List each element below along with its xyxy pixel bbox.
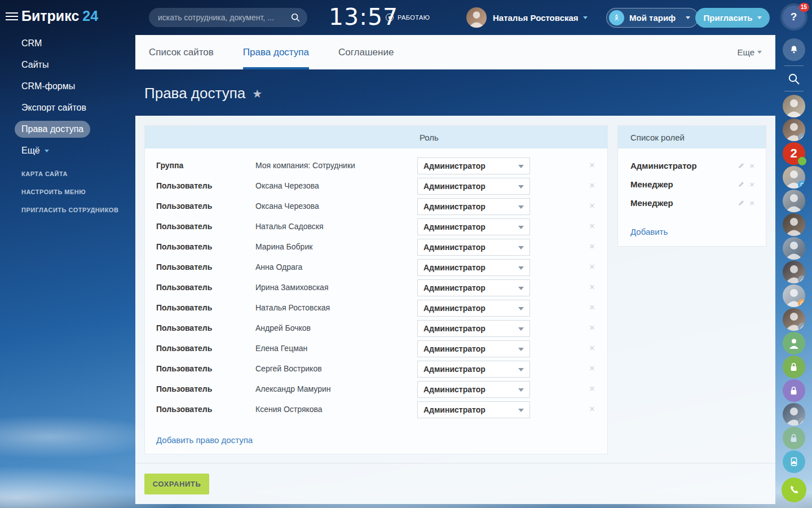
row-type: Пользователь xyxy=(156,262,212,271)
private-chat-green[interactable] xyxy=(783,356,805,378)
role-select[interactable]: Администратор xyxy=(417,361,530,378)
row-name: Анна Одрага xyxy=(255,262,302,271)
tab[interactable]: Список сайтов xyxy=(149,35,214,69)
notifications-button[interactable] xyxy=(783,38,805,61)
role-select[interactable]: Администратор xyxy=(417,198,530,215)
add-role-link[interactable]: Добавить xyxy=(630,227,668,237)
row-name: Наталья Садовскя xyxy=(255,222,324,231)
sidebar-item[interactable]: Ещё xyxy=(15,142,56,159)
role-select[interactable]: Администратор xyxy=(417,259,530,276)
sidebar-link[interactable]: ПРИГЛАСИТЬ СОТРУДНИКОВ xyxy=(21,207,134,213)
chat-avatar[interactable] xyxy=(783,403,805,426)
chat-2-logo[interactable]: 2 xyxy=(783,142,805,165)
edit-pencil-icon[interactable] xyxy=(738,181,745,188)
tab[interactable]: Права доступа xyxy=(243,35,309,69)
search-icon xyxy=(787,72,801,86)
search-button[interactable] xyxy=(783,69,805,89)
sidebar-link[interactable]: НАСТРОИТЬ МЕНЮ xyxy=(21,189,134,195)
role-select[interactable]: Администратор xyxy=(417,157,530,174)
tab[interactable]: Соглашение xyxy=(338,35,394,69)
add-user-chat-button[interactable] xyxy=(783,332,805,354)
invite-button[interactable]: Пригласить xyxy=(695,8,770,28)
row-name: Елена Гецман xyxy=(255,344,307,353)
search-input[interactable] xyxy=(158,13,290,22)
global-search[interactable] xyxy=(149,8,307,27)
role-select[interactable]: Администратор xyxy=(417,239,530,256)
tariff-button[interactable]: Мой тариф xyxy=(606,8,699,28)
remove-row-button[interactable]: × xyxy=(589,261,595,273)
user-avatar[interactable] xyxy=(466,7,487,28)
search-icon xyxy=(290,12,301,23)
chevron-down-icon xyxy=(518,388,524,392)
chat-avatar[interactable] xyxy=(783,284,805,307)
remove-row-button[interactable]: × xyxy=(589,343,595,354)
logo[interactable]: Битрикс24 xyxy=(21,8,98,24)
edit-pencil-icon[interactable] xyxy=(738,162,745,169)
remove-row-button[interactable]: × xyxy=(589,363,595,374)
chat-avatar[interactable] xyxy=(783,213,805,236)
remove-row-button[interactable]: × xyxy=(589,160,595,171)
chat-avatar[interactable] xyxy=(783,166,805,189)
sidebar-link[interactable]: КАРТА САЙТА xyxy=(21,170,134,177)
row-name: Александр Мамурин xyxy=(255,384,331,393)
chevron-down-icon xyxy=(518,368,524,371)
add-access-right-link[interactable]: Добавить право доступа xyxy=(156,435,253,445)
chevron-down-icon xyxy=(686,16,690,19)
sidebar-item[interactable]: CRM-формы xyxy=(15,78,82,95)
remove-row-button[interactable]: × xyxy=(589,302,595,313)
remove-row-button[interactable]: × xyxy=(589,404,595,415)
chevron-down-icon xyxy=(518,307,524,310)
remove-row-button[interactable]: × xyxy=(589,200,595,212)
chevron-down-icon xyxy=(518,185,524,189)
row-name: Сергей Востриков xyxy=(255,364,322,373)
chat-avatar[interactable] xyxy=(783,261,805,283)
remove-row-button[interactable]: × xyxy=(589,241,595,252)
chat-avatar[interactable] xyxy=(783,237,805,260)
chat-avatar[interactable] xyxy=(783,308,805,331)
private-chat-faded[interactable] xyxy=(783,427,805,449)
sidebar-item[interactable]: CRM xyxy=(15,35,48,52)
edit-pencil-icon[interactable] xyxy=(738,199,745,207)
delete-role-icon[interactable]: × xyxy=(749,198,754,208)
chevron-down-icon xyxy=(518,246,524,249)
sidebar-item[interactable]: Права доступа xyxy=(15,121,90,138)
remove-row-button[interactable]: × xyxy=(589,282,595,293)
chevron-down-icon xyxy=(518,287,524,290)
row-type: Пользователь xyxy=(156,344,212,353)
role-select[interactable]: Администратор xyxy=(417,178,530,195)
sidebar-item[interactable]: Сайты xyxy=(15,56,55,73)
delete-role-icon[interactable]: × xyxy=(749,161,754,170)
remove-row-button[interactable]: × xyxy=(589,322,595,334)
role-select[interactable]: Администратор xyxy=(417,279,530,296)
help-button[interactable]: ?15 xyxy=(783,6,805,28)
role-select[interactable]: Администратор xyxy=(417,218,530,235)
call-button[interactable] xyxy=(782,478,806,502)
hamburger-menu-icon[interactable] xyxy=(6,12,18,21)
role-select[interactable]: Администратор xyxy=(417,401,530,418)
sidebar-item[interactable]: Экспорт сайтов xyxy=(15,99,93,116)
chevron-down-icon xyxy=(518,205,524,209)
save-button[interactable]: СОХРАНИТЬ xyxy=(144,474,209,494)
row-name: Оксана Черезова xyxy=(255,181,319,190)
lock-icon xyxy=(789,362,798,373)
role-select[interactable]: Администратор xyxy=(417,381,530,398)
delete-role-icon[interactable]: × xyxy=(749,179,754,189)
table-row: Пользователь Марина Бобрик Администратор… xyxy=(145,237,607,257)
chat-avatar[interactable] xyxy=(783,119,805,141)
private-chat-purple[interactable] xyxy=(783,379,805,402)
mobile-app-button[interactable] xyxy=(783,450,805,473)
role-select[interactable]: Администратор xyxy=(417,340,530,357)
role-select[interactable]: Администратор xyxy=(417,300,530,317)
remove-row-button[interactable]: × xyxy=(589,180,595,191)
chat-avatar[interactable] xyxy=(783,95,805,117)
table-row: Пользователь Александр Мамурин Администр… xyxy=(145,379,607,400)
remove-row-button[interactable]: × xyxy=(589,221,595,232)
chat-avatar[interactable] xyxy=(783,190,805,212)
status-badge xyxy=(798,299,805,307)
remove-row-button[interactable]: × xyxy=(589,383,595,395)
work-status[interactable]: РАБОТАЮ xyxy=(386,14,430,21)
favorite-star-icon[interactable]: ★ xyxy=(252,87,262,100)
tabs-more-button[interactable]: Еще xyxy=(737,47,762,57)
user-menu[interactable]: Наталья Ростовская xyxy=(493,0,588,35)
role-select[interactable]: Администратор xyxy=(417,320,530,337)
